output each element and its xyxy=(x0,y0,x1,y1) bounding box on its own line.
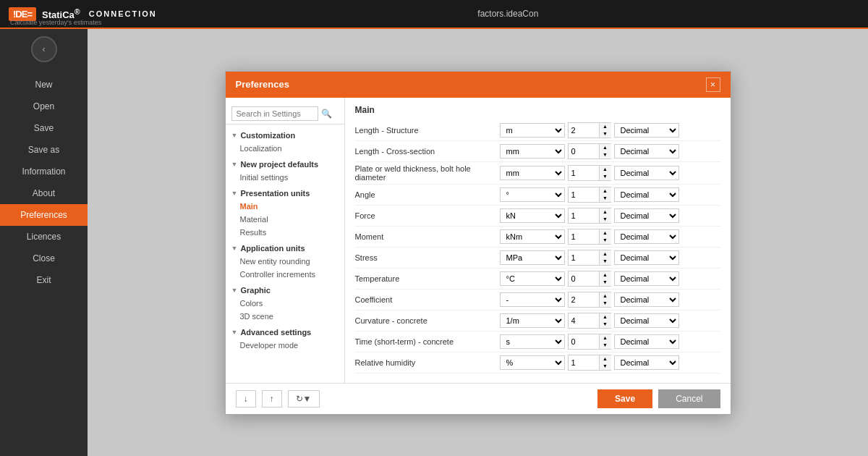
unit-select[interactable]: 1/m xyxy=(500,313,565,328)
spin-up[interactable]: ▲ xyxy=(600,250,611,258)
format-select[interactable]: Decimal Scientific xyxy=(614,166,679,180)
tree-child-localization[interactable]: Localization xyxy=(226,142,344,155)
row-format[interactable]: Decimal Scientific xyxy=(614,123,679,138)
spin-up[interactable]: ▲ xyxy=(600,166,611,173)
sidebar-item-save[interactable]: Save xyxy=(0,117,88,139)
spin-down[interactable]: ▼ xyxy=(600,321,611,328)
row-format[interactable]: Decimal Scientific xyxy=(614,187,679,202)
row-value[interactable]: ▲ ▼ xyxy=(568,143,611,159)
spin-down[interactable]: ▼ xyxy=(600,151,611,159)
spin-down[interactable]: ▼ xyxy=(600,279,611,286)
row-unit[interactable]: kN xyxy=(500,208,565,223)
spin-down[interactable]: ▼ xyxy=(600,195,611,202)
spin-up[interactable]: ▲ xyxy=(600,123,611,130)
row-unit[interactable]: mm xyxy=(500,166,565,180)
row-format[interactable]: Decimal Scientific xyxy=(614,355,679,370)
unit-select[interactable]: mm xyxy=(500,166,565,180)
format-select[interactable]: Decimal Scientific xyxy=(614,334,679,349)
row-value[interactable]: ▲ ▼ xyxy=(568,165,611,181)
value-input[interactable] xyxy=(569,189,599,200)
dialog-close-button[interactable]: × xyxy=(706,77,720,92)
spin-down[interactable]: ▼ xyxy=(600,363,611,370)
row-value[interactable]: ▲ ▼ xyxy=(568,292,611,308)
sidebar-item-close[interactable]: Close xyxy=(0,248,88,269)
tree-header-customization[interactable]: ▼ Customization xyxy=(226,129,344,142)
tree-child-results[interactable]: Results xyxy=(226,226,344,239)
value-input[interactable] xyxy=(569,210,599,221)
sidebar-item-information[interactable]: Information xyxy=(0,161,88,182)
row-value[interactable]: ▲ ▼ xyxy=(568,122,611,138)
format-select[interactable]: Decimal Scientific xyxy=(614,144,679,159)
row-unit[interactable]: kNm xyxy=(500,229,565,244)
row-format[interactable]: Decimal Scientific xyxy=(614,208,679,223)
tree-child-material[interactable]: Material xyxy=(226,213,344,226)
spin-up[interactable]: ▲ xyxy=(600,187,611,195)
row-value[interactable]: ▲ ▼ xyxy=(568,208,611,224)
reset-button[interactable]: ↻▼ xyxy=(288,390,320,408)
row-unit[interactable]: MPa xyxy=(500,250,565,265)
value-input[interactable] xyxy=(569,273,599,284)
tree-child-developer-mode[interactable]: Developer mode xyxy=(226,339,344,352)
unit-select[interactable]: MPa xyxy=(500,250,565,265)
tree-child-controller-increments[interactable]: Controller increments xyxy=(226,268,344,281)
format-select[interactable]: Decimal Scientific xyxy=(614,313,679,328)
spin-up[interactable]: ▲ xyxy=(600,313,611,321)
tree-child-main[interactable]: Main xyxy=(226,200,344,213)
save-button[interactable]: Save xyxy=(597,389,652,408)
row-value[interactable]: ▲ ▼ xyxy=(568,271,611,287)
value-input[interactable] xyxy=(569,252,599,263)
unit-select[interactable]: kN xyxy=(500,208,565,223)
value-input[interactable] xyxy=(569,145,599,157)
sidebar-item-licences[interactable]: Licences xyxy=(0,226,88,248)
spin-down[interactable]: ▼ xyxy=(600,237,611,244)
unit-select[interactable]: s xyxy=(500,334,565,349)
format-select[interactable]: Decimal Scientific xyxy=(614,271,679,286)
spin-up[interactable]: ▲ xyxy=(600,334,611,342)
value-input[interactable] xyxy=(569,315,599,326)
spin-up[interactable]: ▲ xyxy=(600,144,611,151)
down-button[interactable]: ↓ xyxy=(236,390,256,408)
value-input[interactable] xyxy=(569,167,599,179)
row-format[interactable]: Decimal Scientific xyxy=(614,250,679,265)
row-unit[interactable]: 1/m xyxy=(500,313,565,328)
format-select[interactable]: Decimal Scientific xyxy=(614,355,679,370)
row-unit[interactable]: ° xyxy=(500,187,565,202)
sidebar-item-exit[interactable]: Exit xyxy=(0,269,88,291)
row-format[interactable]: Decimal Scientific xyxy=(614,292,679,307)
back-button[interactable]: ‹ xyxy=(31,36,57,62)
row-value[interactable]: ▲ ▼ xyxy=(568,229,611,245)
row-format[interactable]: Decimal Scientific xyxy=(614,229,679,244)
spin-up[interactable]: ▲ xyxy=(600,355,611,363)
row-format[interactable]: Decimal Scientific xyxy=(614,144,679,159)
sidebar-item-about[interactable]: About xyxy=(0,182,88,204)
format-select[interactable]: Decimal Scientific xyxy=(614,123,679,138)
row-format[interactable]: Decimal Scientific xyxy=(614,166,679,180)
up-button[interactable]: ↑ xyxy=(262,390,282,408)
tree-child-3d-scene[interactable]: 3D scene xyxy=(226,310,344,323)
value-input[interactable] xyxy=(569,357,599,368)
format-select[interactable]: Decimal Scientific xyxy=(614,250,679,265)
sidebar-item-open[interactable]: Open xyxy=(0,96,88,117)
sidebar-item-preferences[interactable]: Preferences xyxy=(0,204,88,226)
tree-header-new-project[interactable]: ▼ New project defaults xyxy=(226,158,344,171)
tree-child-colors[interactable]: Colors xyxy=(226,297,344,310)
row-format[interactable]: Decimal Scientific xyxy=(614,271,679,286)
spin-down[interactable]: ▼ xyxy=(600,216,611,223)
tree-child-new-entity-rounding[interactable]: New entity rounding xyxy=(226,255,344,268)
row-unit[interactable]: % xyxy=(500,355,565,370)
spin-up[interactable]: ▲ xyxy=(600,271,611,279)
value-input[interactable] xyxy=(569,336,599,347)
spin-down[interactable]: ▼ xyxy=(600,173,611,180)
tree-header-graphic[interactable]: ▼ Graphic xyxy=(226,284,344,297)
unit-select[interactable]: % xyxy=(500,355,565,370)
spin-down[interactable]: ▼ xyxy=(600,300,611,307)
tree-header-advanced[interactable]: ▼ Advanced settings xyxy=(226,326,344,339)
cancel-button[interactable]: Cancel xyxy=(658,389,720,408)
search-input[interactable] xyxy=(231,106,318,121)
tree-header-application[interactable]: ▼ Application units xyxy=(226,242,344,255)
value-input[interactable] xyxy=(569,124,599,136)
unit-select[interactable]: m xyxy=(500,123,565,138)
format-select[interactable]: Decimal Scientific xyxy=(614,187,679,202)
row-value[interactable]: ▲ ▼ xyxy=(568,313,611,329)
unit-select[interactable]: mm xyxy=(500,144,565,159)
